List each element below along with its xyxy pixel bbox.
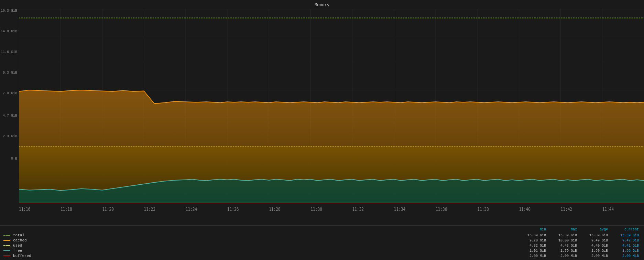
svg-text:11:24: 11:24 (186, 206, 197, 212)
total-min: 15.39 GiB (517, 234, 548, 237)
y-axis: 16.3 GiB 14.0 GiB 11.6 GiB 9.3 GiB 7.0 G… (0, 9, 19, 225)
free-avg: 1.50 GiB (579, 249, 610, 253)
used-color-icon (3, 245, 10, 246)
header-min: min (517, 228, 548, 231)
y-label-163: 16.3 GiB (1, 9, 17, 13)
y-label-116: 11.6 GiB (1, 50, 17, 54)
header-current: current (610, 228, 641, 231)
legend-header-row: min max avg▼ current (3, 228, 641, 231)
cached-avg: 9.49 GiB (579, 239, 610, 242)
cached-min: 9.20 GiB (517, 239, 548, 242)
legend-area: min max avg▼ current total 15.39 GiB 15.… (0, 225, 644, 260)
legend-row-total: total 15.39 GiB 15.39 GiB 15.39 GiB 15.3… (3, 233, 641, 237)
chart-svg: 11:16 11:18 11:20 11:22 11:24 11:26 11:2… (19, 9, 644, 225)
svg-text:11:30: 11:30 (310, 206, 322, 212)
cached-color-icon (3, 240, 10, 241)
svg-text:11:20: 11:20 (102, 206, 113, 212)
svg-text:11:38: 11:38 (477, 206, 489, 212)
free-label: free (13, 249, 41, 253)
free-current: 1.56 GiB (610, 249, 641, 253)
memory-chart: Memory 16.3 GiB 14.0 GiB 11.6 GiB 9.3 Gi… (0, 0, 644, 260)
y-label-0: 0 B (11, 157, 17, 161)
svg-text:11:18: 11:18 (61, 206, 72, 212)
total-max: 15.39 GiB (548, 234, 579, 237)
total-current: 15.39 GiB (610, 234, 641, 237)
svg-text:11:22: 11:22 (144, 206, 155, 212)
chart-title: Memory (0, 0, 644, 9)
svg-text:11:44: 11:44 (602, 206, 614, 212)
free-max: 1.79 GiB (548, 249, 579, 253)
used-max: 4.43 GiB (548, 244, 579, 248)
svg-text:11:28: 11:28 (269, 206, 280, 212)
cached-current: 9.42 GiB (610, 239, 641, 242)
y-label-70: 7.0 GiB (3, 91, 17, 95)
cached-max: 10.00 GiB (548, 239, 579, 242)
chart-area: 16.3 GiB 14.0 GiB 11.6 GiB 9.3 GiB 7.0 G… (0, 9, 644, 225)
buffered-current: 2.00 MiB (610, 254, 641, 258)
svg-text:11:34: 11:34 (394, 206, 406, 212)
header-avg: avg▼ (579, 228, 610, 231)
y-label-23: 2.3 GiB (3, 134, 17, 138)
y-label-140: 14.0 GiB (1, 30, 17, 33)
legend-row-cached: cached 9.20 GiB 10.00 GiB 9.49 GiB 9.42 … (3, 238, 641, 242)
cached-label: cached (13, 238, 41, 242)
legend-row-used: used 4.32 GiB 4.43 GiB 4.40 GiB 4.41 GiB (3, 243, 641, 248)
buffered-avg: 2.00 MiB (579, 254, 610, 258)
used-label: used (13, 243, 41, 248)
legend-row-buffered: buffered 2.00 MiB 2.00 MiB 2.00 MiB 2.00… (3, 254, 641, 258)
svg-text:11:36: 11:36 (436, 206, 447, 212)
svg-text:11:26: 11:26 (227, 206, 239, 212)
free-color-icon (3, 250, 10, 251)
y-label-93: 9.3 GiB (3, 71, 17, 75)
used-min: 4.32 GiB (517, 244, 548, 248)
total-avg: 15.39 GiB (579, 234, 610, 237)
svg-text:11:42: 11:42 (561, 206, 572, 212)
total-color-icon (3, 235, 10, 236)
header-max: max (548, 228, 579, 231)
buffered-color-icon (3, 256, 10, 256)
y-label-47: 4.7 GiB (3, 114, 17, 118)
total-label: total (13, 233, 41, 237)
svg-text:11:32: 11:32 (352, 206, 364, 212)
chart-main: 11:16 11:18 11:20 11:22 11:24 11:26 11:2… (19, 9, 644, 225)
buffered-max: 2.00 MiB (548, 254, 579, 258)
used-avg: 4.40 GiB (579, 244, 610, 248)
used-current: 4.41 GiB (610, 244, 641, 248)
svg-text:11:40: 11:40 (519, 206, 530, 212)
free-min: 1.01 GiB (517, 249, 548, 253)
svg-text:11:16: 11:16 (19, 206, 30, 212)
legend-row-free: free 1.01 GiB 1.79 GiB 1.50 GiB 1.56 GiB (3, 249, 641, 253)
buffered-min: 2.00 MiB (517, 254, 548, 258)
buffered-label: buffered (13, 254, 41, 258)
